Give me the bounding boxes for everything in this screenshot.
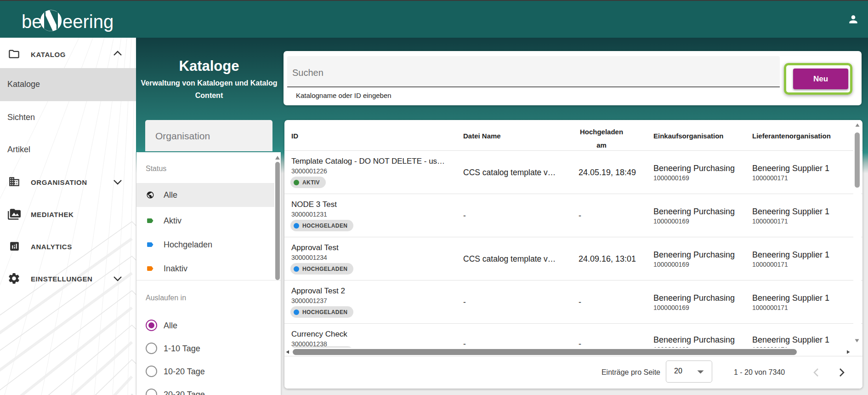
svg-text:eering: eering	[62, 11, 113, 32]
svg-text:be: be	[22, 11, 42, 32]
